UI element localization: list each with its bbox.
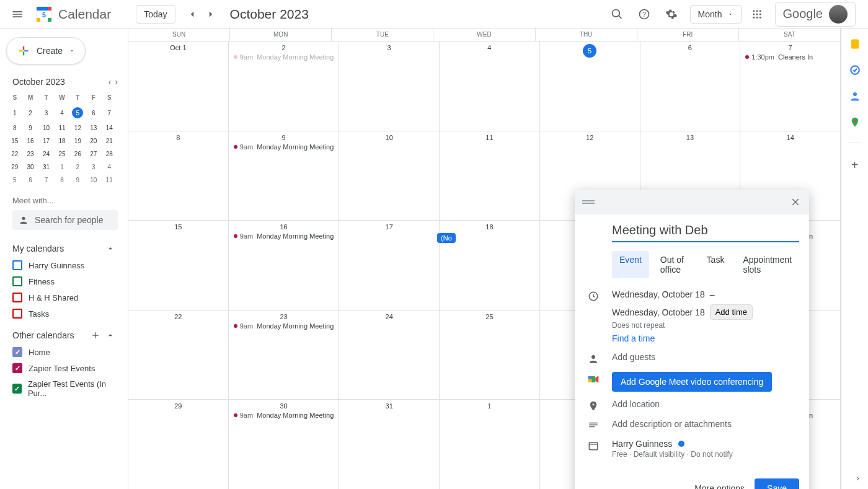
calendar-item[interactable]: Tasks — [6, 306, 118, 322]
mini-day[interactable]: 25 — [55, 148, 69, 160]
day-cell[interactable]: 6 — [640, 42, 741, 131]
add-calendar-icon[interactable] — [91, 330, 100, 340]
mini-day[interactable]: 8 — [55, 174, 69, 186]
add-location-input[interactable]: Add location — [612, 399, 799, 409]
calendar-item[interactable]: Home — [6, 344, 118, 360]
find-time-link[interactable]: Find a time — [612, 333, 799, 343]
other-calendars-toggle[interactable]: Other calendars — [6, 327, 118, 344]
mini-day[interactable]: 6 — [23, 174, 37, 186]
google-account[interactable]: Google — [775, 2, 856, 27]
settings-icon[interactable] — [660, 3, 683, 25]
day-cell[interactable]: 18(No — [440, 221, 540, 310]
day-cell[interactable]: 1 — [440, 400, 540, 489]
day-cell[interactable]: 25 — [440, 311, 540, 400]
search-people-input[interactable]: Search for people — [12, 210, 118, 230]
day-cell[interactable]: 15 — [128, 221, 229, 310]
mini-day[interactable]: 21 — [102, 135, 117, 147]
day-cell[interactable]: 24 — [339, 311, 440, 400]
search-icon[interactable] — [606, 3, 628, 25]
mini-day[interactable]: 22 — [7, 148, 22, 160]
mini-day[interactable]: 30 — [23, 161, 37, 173]
mini-day[interactable]: 1 — [55, 161, 69, 173]
day-cell[interactable]: 99amMonday Morning Meeting — [229, 131, 340, 221]
mini-day[interactable]: 17 — [39, 135, 53, 147]
event-item[interactable]: 9amMonday Morning Meeting — [231, 411, 337, 420]
mini-day[interactable]: 20 — [86, 135, 100, 147]
maps-icon[interactable] — [849, 117, 861, 128]
create-button[interactable]: Create — [6, 37, 86, 64]
mini-day[interactable]: 5 — [71, 105, 85, 121]
mini-day[interactable]: 6 — [86, 105, 100, 121]
day-cell[interactable]: 5 — [540, 42, 640, 131]
calendar-owner[interactable]: Harry Guinness — [612, 439, 799, 449]
event-title-input[interactable] — [612, 219, 799, 242]
mini-day[interactable]: 23 — [23, 148, 37, 160]
mini-day[interactable]: 18 — [55, 135, 69, 147]
add-time-button[interactable]: Add time — [710, 304, 753, 320]
apps-icon[interactable] — [746, 4, 768, 25]
event-item[interactable]: 9amMonday Morning Meeting — [231, 322, 337, 330]
mini-day[interactable]: 26 — [71, 148, 85, 160]
add-guests-input[interactable]: Add guests — [612, 352, 799, 362]
day-cell[interactable]: 4 — [440, 42, 540, 131]
mini-day[interactable]: 5 — [7, 174, 22, 186]
tasks-icon[interactable] — [849, 64, 861, 76]
day-cell[interactable]: 169amMonday Morning Meeting — [229, 221, 340, 310]
mini-day[interactable]: 7 — [102, 105, 117, 121]
next-month-button[interactable] — [202, 5, 220, 24]
save-button[interactable]: Save — [755, 478, 799, 489]
collapse-panel-icon[interactable]: › — [856, 473, 859, 483]
mini-day[interactable]: 3 — [39, 105, 53, 121]
mini-day[interactable]: 19 — [71, 135, 85, 147]
mini-day[interactable]: 11 — [55, 122, 69, 134]
keep-icon[interactable] — [849, 38, 861, 50]
event-item[interactable]: 1:30pmCleaners In — [743, 53, 838, 61]
day-cell[interactable]: 31 — [339, 400, 440, 489]
mini-day[interactable]: 16 — [23, 135, 37, 147]
day-cell[interactable]: Oct 1 — [128, 42, 229, 131]
event-meta[interactable]: Free · Default visibility · Do not notif… — [612, 450, 799, 459]
mini-day[interactable]: 24 — [39, 148, 53, 160]
calendar-checkbox[interactable] — [12, 276, 22, 286]
mini-day[interactable]: 12 — [71, 122, 85, 134]
close-icon[interactable] — [787, 193, 804, 211]
calendar-checkbox[interactable] — [12, 309, 22, 319]
day-cell[interactable]: 10 — [339, 131, 440, 221]
calendar-item[interactable]: H & H Shared — [6, 289, 118, 306]
event-item[interactable]: 9amMonday Morning Meeting — [231, 143, 337, 151]
repeat-text[interactable]: Does not repeat — [612, 321, 799, 330]
help-icon[interactable]: ? — [633, 3, 655, 25]
contacts-icon[interactable] — [849, 90, 861, 102]
calendar-item[interactable]: Fitness — [6, 273, 118, 289]
mini-day[interactable]: 27 — [86, 148, 100, 160]
mini-prev-button[interactable]: ‹ — [108, 77, 112, 87]
my-calendars-toggle[interactable]: My calendars — [6, 240, 118, 257]
event-tab[interactable]: Out of office — [653, 251, 696, 278]
mini-day[interactable]: 10 — [39, 122, 53, 134]
day-cell[interactable]: 239amMonday Morning Meeting — [229, 311, 340, 400]
calendar-item[interactable]: Harry Guinness — [6, 257, 118, 273]
start-date[interactable]: Wednesday, October 18 — [612, 289, 705, 299]
event-item[interactable]: 9amMonday Morning Meeting — [231, 232, 337, 240]
day-cell[interactable]: 71:30pmCleaners In — [740, 42, 841, 131]
mini-day[interactable]: 4 — [102, 161, 117, 173]
calendar-item[interactable]: Zapier Test Events — [6, 360, 118, 376]
mini-day[interactable]: 29 — [7, 161, 22, 173]
new-event-bar[interactable]: (No — [437, 233, 456, 243]
menu-icon[interactable] — [5, 2, 30, 27]
more-options-button[interactable]: More options — [694, 483, 745, 489]
day-cell[interactable]: 22 — [128, 311, 229, 400]
mini-day[interactable]: 28 — [102, 148, 117, 160]
mini-day[interactable]: 10 — [86, 174, 100, 186]
mini-day[interactable]: 9 — [71, 174, 85, 186]
prev-month-button[interactable] — [183, 5, 202, 24]
day-cell[interactable]: 17 — [339, 221, 440, 310]
mini-day[interactable]: 13 — [86, 122, 100, 134]
calendar-item[interactable]: Zapier Test Events (In Pur... — [6, 376, 118, 401]
mini-day[interactable]: 2 — [23, 105, 37, 121]
event-tab[interactable]: Task — [699, 251, 732, 278]
calendar-checkbox[interactable] — [12, 347, 22, 357]
event-tab[interactable]: Appointment slots — [735, 251, 799, 278]
calendar-checkbox[interactable] — [12, 363, 22, 373]
drag-handle-icon[interactable] — [580, 196, 597, 208]
